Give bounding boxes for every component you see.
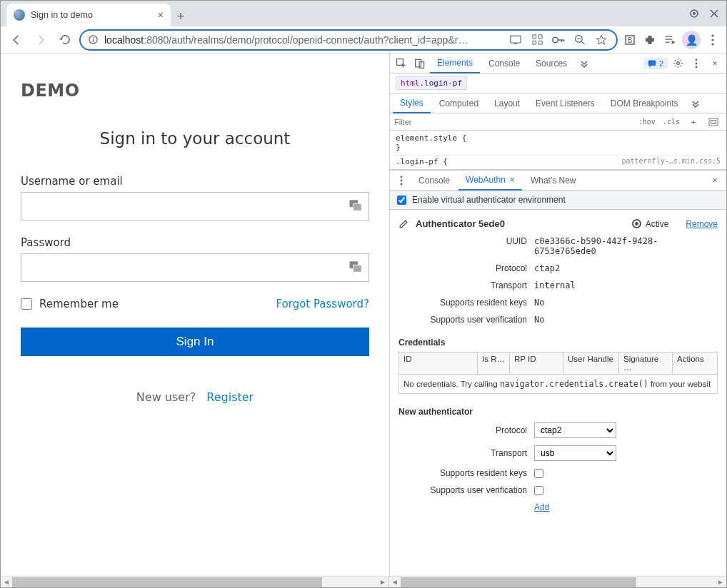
issues-count: 2	[659, 59, 663, 68]
subtab-computed[interactable]: Computed	[432, 93, 486, 113]
close-window-icon[interactable]	[709, 9, 719, 19]
forward-button[interactable]	[31, 30, 51, 50]
password-label: Password	[21, 236, 369, 249]
col-actions[interactable]: Actions	[673, 353, 717, 374]
col-sig[interactable]: Signature …	[619, 353, 673, 374]
drawer-tab-whatsnew[interactable]: What's New	[523, 171, 583, 191]
close-drawer-icon[interactable]: ×	[706, 172, 723, 189]
col-id[interactable]: ID	[399, 353, 478, 374]
close-devtools-icon[interactable]: ×	[706, 55, 723, 72]
drawer-tab-console[interactable]: Console	[411, 171, 457, 191]
add-authenticator-link[interactable]: Add	[534, 502, 549, 512]
enable-virtual-auth[interactable]: Enable virtual authenticator environment	[390, 191, 726, 210]
svg-rect-7	[532, 35, 536, 39]
new-resident-checkbox[interactable]	[534, 469, 543, 478]
remember-checkbox[interactable]	[21, 298, 32, 310]
rule-source[interactable]: patternfly-…s.min.css:5	[622, 157, 721, 166]
page-hscroll[interactable]: ◄ ►	[1, 576, 388, 587]
username-input[interactable]	[21, 192, 369, 220]
remove-link[interactable]: Remove	[686, 219, 718, 229]
site-info-icon[interactable]	[88, 34, 99, 45]
subtab-styles[interactable]: Styles	[393, 93, 431, 113]
browser-chrome: Sign in to demo × + localhost:8080/auth/…	[1, 1, 726, 54]
scroll-right-icon[interactable]: ►	[377, 578, 388, 586]
subtab-layout[interactable]: Layout	[487, 93, 527, 113]
scroll-right-icon[interactable]: ►	[715, 578, 726, 586]
drawer-kebab-icon[interactable]	[393, 172, 410, 189]
browser-tab[interactable]: Sign in to demo ×	[6, 4, 171, 26]
menu-icon[interactable]	[705, 32, 721, 48]
new-tab-button[interactable]: +	[171, 6, 191, 26]
screencast-icon[interactable]	[508, 32, 523, 48]
edit-icon[interactable]	[398, 219, 408, 229]
col-uh[interactable]: User Handle	[563, 353, 619, 374]
scroll-left-icon[interactable]: ◄	[1, 578, 12, 586]
password-input[interactable]	[21, 253, 369, 282]
bookmark-icon[interactable]	[593, 32, 609, 48]
ext-icon-1[interactable]: B	[622, 32, 638, 48]
tab-elements[interactable]: Elements	[430, 54, 480, 74]
transport-value: internal	[534, 280, 718, 290]
new-transport-select[interactable]: usb	[534, 445, 616, 461]
issues-badge[interactable]: 2	[643, 58, 668, 69]
enable-checkbox[interactable]	[397, 196, 406, 205]
svg-point-28	[696, 62, 698, 64]
styles-body[interactable]: element.style { } .login-pf { patternfly…	[390, 131, 726, 170]
close-tab-icon[interactable]: ×	[510, 175, 515, 185]
tab-sources[interactable]: Sources	[528, 54, 574, 74]
subtab-events[interactable]: Event Listeners	[528, 93, 602, 113]
new-protocol-select[interactable]: ctap2	[534, 422, 616, 438]
new-style-icon[interactable]: +	[685, 113, 702, 131]
more-tabs-icon[interactable]	[576, 55, 593, 72]
qr-icon[interactable]	[529, 32, 545, 48]
minimize-icon[interactable]	[689, 9, 699, 19]
styles-subtabs: Styles Computed Layout Event Listeners D…	[390, 93, 726, 113]
settings-icon[interactable]	[669, 55, 686, 72]
address-bar[interactable]: localhost:8080/auth/realms/demo/protocol…	[79, 29, 618, 51]
remember-me[interactable]: Remember me	[21, 298, 119, 310]
reload-button[interactable]	[55, 30, 75, 50]
tab-console[interactable]: Console	[481, 54, 527, 74]
extensions-icon[interactable]	[642, 32, 658, 48]
back-button[interactable]	[6, 30, 26, 50]
playlist-icon[interactable]	[662, 32, 678, 48]
cls-toggle[interactable]: .cls	[661, 118, 682, 126]
svg-rect-10	[538, 41, 542, 44]
kebab-icon[interactable]	[688, 55, 705, 72]
forgot-password-link[interactable]: Forgot Password?	[276, 298, 369, 310]
active-status[interactable]: Active	[632, 219, 669, 229]
more-subtabs-icon[interactable]	[687, 95, 704, 112]
remember-label: Remember me	[39, 298, 119, 310]
autofill-icon[interactable]	[348, 259, 362, 273]
zoom-out-icon[interactable]	[572, 32, 588, 48]
new-uv-checkbox[interactable]	[534, 486, 543, 495]
devtools-hscroll[interactable]: ◄ ►	[389, 576, 726, 587]
svg-rect-8	[538, 35, 542, 39]
svg-rect-4	[93, 39, 94, 42]
autofill-icon[interactable]	[348, 198, 362, 212]
credentials-empty: No credentials. Try calling navigator.cr…	[399, 375, 717, 393]
signin-button[interactable]: Sign In	[21, 328, 369, 356]
svg-rect-9	[532, 41, 536, 44]
device-icon[interactable]	[411, 55, 428, 72]
key-icon[interactable]	[551, 32, 566, 48]
box-model-icon[interactable]	[705, 113, 722, 131]
col-isres[interactable]: Is R…	[478, 353, 510, 374]
close-tab-icon[interactable]: ×	[158, 9, 164, 21]
profile-avatar[interactable]: 👤	[682, 31, 701, 49]
dom-breadcrumb[interactable]: html.login-pf	[390, 74, 726, 93]
subtab-dom[interactable]: DOM Breakpoints	[603, 93, 686, 113]
webauthn-panel: Enable virtual authenticator environment…	[390, 191, 726, 576]
tab-title: Sign in to demo	[31, 10, 93, 20]
col-rpid[interactable]: RP ID	[510, 353, 563, 374]
hov-toggle[interactable]: :hov	[636, 118, 658, 126]
enable-label: Enable virtual authenticator environment	[412, 195, 566, 205]
authenticator-name: Authenticator 5ede0	[416, 218, 505, 229]
styles-filter-input[interactable]	[394, 118, 633, 126]
scroll-left-icon[interactable]: ◄	[389, 578, 401, 586]
radio-icon	[632, 219, 641, 228]
inspect-icon[interactable]	[393, 55, 410, 72]
register-link[interactable]: Register	[206, 390, 254, 404]
svg-rect-25	[648, 60, 656, 66]
drawer-tab-webauthn[interactable]: WebAuthn ×	[458, 171, 522, 191]
